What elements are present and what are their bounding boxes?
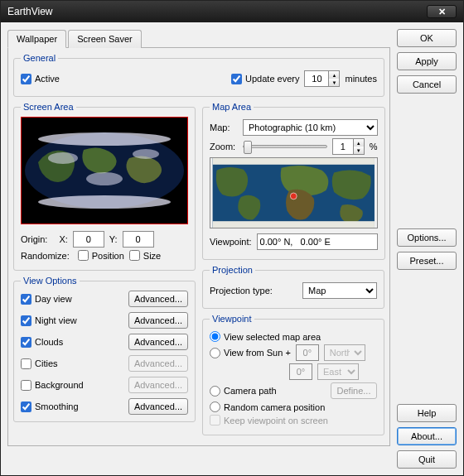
zoom-spinner[interactable]: ▲▼ [354, 138, 365, 155]
camera-path-radio[interactable] [210, 386, 220, 397]
viewpoint-legend: Viewpoint [210, 314, 254, 324]
randomize-size-checkbox[interactable] [129, 250, 140, 261]
sun-deg1-input [296, 344, 319, 361]
day-advanced-button[interactable]: Advanced... [128, 291, 188, 307]
help-button[interactable]: Help [397, 404, 457, 422]
sun-dir1-select: North [324, 344, 365, 361]
svg-point-4 [133, 149, 159, 159]
apply-button[interactable]: Apply [397, 52, 457, 70]
map-area-group: Map Area Map: Photographic (10 km) Zoom: [202, 102, 385, 260]
zoom-slider[interactable] [243, 145, 327, 148]
svg-point-6 [38, 195, 171, 209]
random-camera-radio-label[interactable]: Random camera position [210, 401, 325, 412]
zoom-label: Zoom: [210, 142, 238, 151]
night-view-checkbox[interactable] [21, 315, 31, 326]
smoothing-advanced-button[interactable]: Advanced... [128, 398, 188, 415]
options-button[interactable]: Options... [397, 228, 457, 247]
night-view-label[interactable]: Night view [21, 315, 122, 326]
pct-label: % [370, 142, 378, 151]
background-checkbox[interactable] [21, 380, 31, 391]
svg-point-2 [48, 152, 78, 164]
smoothing-checkbox[interactable] [21, 401, 31, 412]
tab-panel-wallpaper: General Active Update every ▲▼ [7, 48, 390, 446]
viewpoint-label: Viewpoint: [210, 237, 252, 247]
active-checkbox-label[interactable]: Active [21, 74, 226, 84]
preset-button[interactable]: Preset... [397, 252, 457, 270]
define-button: Define... [331, 382, 377, 399]
cities-checkbox[interactable] [21, 358, 31, 369]
right-button-column: OK Apply Cancel Options... Preset... Hel… [397, 29, 457, 469]
y-label: Y: [109, 234, 118, 244]
cities-label[interactable]: Cities [21, 358, 122, 369]
origin-y-input[interactable] [123, 231, 154, 248]
general-legend: General [21, 53, 58, 63]
view-selected-radio-label[interactable]: View selected map area [210, 331, 321, 342]
projection-type-select[interactable]: Map [302, 282, 377, 299]
keep-viewpoint-label: Keep viewpoint on screen [210, 415, 328, 426]
svg-rect-9 [213, 221, 375, 228]
map-area-legend: Map Area [210, 102, 254, 112]
randomize-size-label[interactable]: Size [129, 250, 161, 261]
projection-type-label: Projection type: [210, 286, 273, 296]
update-every-checkbox[interactable] [231, 74, 242, 84]
cancel-button[interactable]: Cancel [397, 75, 457, 94]
svg-point-10 [290, 193, 297, 200]
keep-viewpoint-checkbox [210, 415, 220, 426]
viewpoint-group: Viewpoint View selected map area View fr… [202, 314, 384, 435]
sun-deg2-input [289, 363, 312, 380]
map-select[interactable]: Photographic (10 km) [243, 119, 378, 136]
titlebar: EarthView ✕ [1, 1, 463, 22]
clouds-checkbox[interactable] [21, 337, 31, 348]
tab-strip: Wallpaper Screen Saver [7, 29, 390, 48]
sun-dir2-select: East [317, 363, 359, 380]
origin-x-input[interactable] [73, 231, 104, 248]
day-view-checkbox[interactable] [21, 294, 31, 305]
x-label: X: [59, 234, 67, 244]
world-map-icon [210, 158, 377, 228]
general-group: General Active Update every ▲▼ [13, 53, 384, 97]
window-title: EarthView [7, 6, 427, 17]
background-label[interactable]: Background [21, 380, 122, 391]
svg-rect-8 [213, 158, 375, 165]
map-label: Map: [210, 123, 238, 132]
night-advanced-button[interactable]: Advanced... [128, 312, 188, 329]
update-every-label[interactable]: Update every [231, 74, 299, 84]
random-camera-radio[interactable] [210, 401, 220, 412]
view-from-sun-radio[interactable] [210, 348, 220, 358]
view-options-legend: View Options [21, 276, 80, 286]
clouds-advanced-button[interactable]: Advanced... [128, 334, 188, 350]
viewpoint-input[interactable] [257, 233, 378, 250]
update-spinner[interactable]: ▲▼ [329, 70, 340, 87]
screen-area-group: Screen Area [13, 102, 196, 271]
about-button[interactable]: About... [397, 427, 457, 445]
map-area-preview[interactable] [210, 157, 378, 228]
zoom-slider-thumb[interactable] [244, 141, 252, 154]
origin-label: Origin: [21, 234, 47, 244]
projection-legend: Projection [210, 265, 255, 275]
ok-button[interactable]: OK [397, 29, 457, 47]
day-view-label[interactable]: Day view [21, 294, 122, 305]
randomize-position-label[interactable]: Position [78, 250, 124, 261]
svg-point-5 [38, 132, 171, 146]
earth-icon [22, 129, 187, 212]
view-from-sun-radio-label[interactable]: View from Sun + [210, 348, 291, 358]
view-options-group: View Options Day view Advanced... Night … [13, 276, 196, 422]
quit-button[interactable]: Quit [397, 450, 457, 469]
randomize-position-checkbox[interactable] [78, 250, 89, 261]
tab-wallpaper[interactable]: Wallpaper [7, 30, 66, 48]
close-button[interactable]: ✕ [427, 5, 457, 18]
screen-area-legend: Screen Area [21, 102, 76, 112]
screen-area-preview[interactable] [21, 117, 188, 224]
projection-group: Projection Projection type: Map [202, 265, 384, 309]
randomize-label: Randomize: [21, 251, 70, 261]
camera-path-radio-label[interactable]: Camera path [210, 386, 326, 397]
tab-screensaver[interactable]: Screen Saver [68, 30, 142, 48]
update-minutes-input[interactable] [304, 70, 329, 87]
cities-advanced-button: Advanced... [128, 355, 188, 372]
svg-point-3 [86, 172, 123, 185]
smoothing-label[interactable]: Smoothing [21, 401, 122, 412]
view-selected-radio[interactable] [210, 331, 220, 342]
zoom-input[interactable] [332, 138, 354, 155]
clouds-label[interactable]: Clouds [21, 337, 122, 348]
active-checkbox[interactable] [21, 74, 31, 84]
